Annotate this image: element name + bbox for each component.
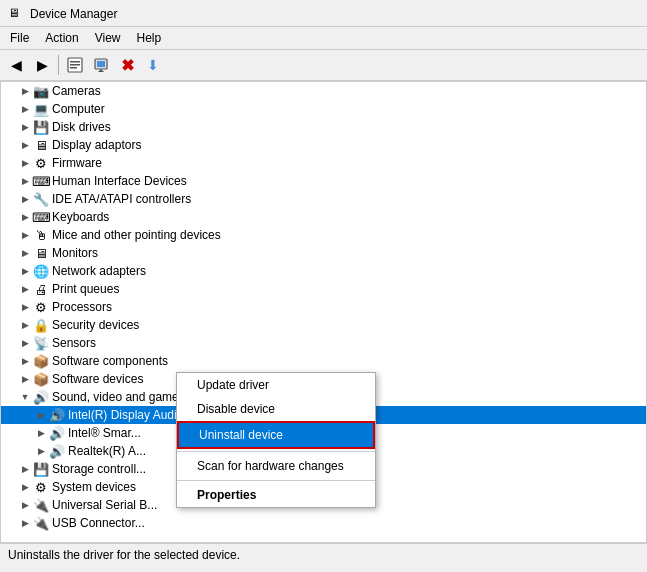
- tree-item-monitors[interactable]: ▶🖥Monitors: [1, 244, 646, 262]
- status-text: Uninstalls the driver for the selected d…: [8, 548, 240, 562]
- properties-button[interactable]: [63, 53, 87, 77]
- device-label-universal-serial: Universal Serial B...: [52, 498, 157, 512]
- device-icon-cameras: 📷: [33, 83, 49, 99]
- device-label-print: Print queues: [52, 282, 119, 296]
- tree-item-usb-connector[interactable]: ▶🔌USB Connector...: [1, 514, 646, 532]
- context-menu-item-disable-device[interactable]: Disable device: [177, 397, 375, 421]
- device-label-realtek: Realtek(R) A...: [68, 444, 146, 458]
- expand-btn-sensors[interactable]: ▶: [17, 335, 33, 351]
- uninstall-button[interactable]: ✖: [115, 53, 139, 77]
- expand-btn-software-components[interactable]: ▶: [17, 353, 33, 369]
- device-icon-hid: ⌨: [33, 173, 49, 189]
- device-icon-software-devices: 📦: [33, 371, 49, 387]
- device-icon-system-devices: ⚙: [33, 479, 49, 495]
- scan-button[interactable]: ⬇: [141, 53, 165, 77]
- expand-btn-monitors[interactable]: ▶: [17, 245, 33, 261]
- title-bar: 🖥 Device Manager: [0, 0, 647, 27]
- expand-btn-network[interactable]: ▶: [17, 263, 33, 279]
- tree-item-disk-drives[interactable]: ▶💾Disk drives: [1, 118, 646, 136]
- app-icon: 🖥: [8, 6, 24, 22]
- menu-bar: File Action View Help: [0, 27, 647, 50]
- tree-item-print[interactable]: ▶🖨Print queues: [1, 280, 646, 298]
- context-menu-item-scan-hardware[interactable]: Scan for hardware changes: [177, 454, 375, 478]
- device-icon-monitors: 🖥: [33, 245, 49, 261]
- device-icon-processors: ⚙: [33, 299, 49, 315]
- tree-item-ide[interactable]: ▶🔧IDE ATA/ATAPI controllers: [1, 190, 646, 208]
- tree-item-cameras[interactable]: ▶📷Cameras: [1, 82, 646, 100]
- device-label-intel-smart: Intel® Smar...: [68, 426, 141, 440]
- forward-button[interactable]: ▶: [30, 53, 54, 77]
- device-label-disk-drives: Disk drives: [52, 120, 111, 134]
- tree-item-software-components[interactable]: ▶📦Software components: [1, 352, 646, 370]
- device-icon-network: 🌐: [33, 263, 49, 279]
- expand-btn-ide[interactable]: ▶: [17, 191, 33, 207]
- device-label-sensors: Sensors: [52, 336, 96, 350]
- device-tree[interactable]: ▶📷Cameras▶💻Computer▶💾Disk drives▶🖥Displa…: [0, 81, 647, 543]
- device-label-network: Network adapters: [52, 264, 146, 278]
- context-menu-item-update-driver[interactable]: Update driver: [177, 373, 375, 397]
- toolbar-separator-1: [58, 55, 59, 75]
- expand-btn-sound[interactable]: ▼: [17, 389, 33, 405]
- expand-btn-usb-connector[interactable]: ▶: [17, 515, 33, 531]
- context-menu-item-uninstall-device[interactable]: Uninstall device: [177, 421, 375, 449]
- device-icon-display-adaptors: 🖥: [33, 137, 49, 153]
- expand-btn-intel-smart[interactable]: ▶: [33, 425, 49, 441]
- expand-btn-intel-display[interactable]: ▶: [33, 407, 49, 423]
- update-driver-button[interactable]: [89, 53, 113, 77]
- expand-btn-mice[interactable]: ▶: [17, 227, 33, 243]
- device-icon-keyboards: ⌨: [33, 209, 49, 225]
- tree-item-computer[interactable]: ▶💻Computer: [1, 100, 646, 118]
- back-button[interactable]: ◀: [4, 53, 28, 77]
- expand-btn-realtek[interactable]: ▶: [33, 443, 49, 459]
- expand-btn-software-devices[interactable]: ▶: [17, 371, 33, 387]
- expand-btn-system-devices[interactable]: ▶: [17, 479, 33, 495]
- device-label-usb-connector: USB Connector...: [52, 516, 145, 530]
- device-icon-firmware: ⚙: [33, 155, 49, 171]
- expand-btn-display-adaptors[interactable]: ▶: [17, 137, 33, 153]
- menu-action[interactable]: Action: [39, 29, 84, 47]
- device-icon-usb-connector: 🔌: [33, 515, 49, 531]
- expand-btn-firmware[interactable]: ▶: [17, 155, 33, 171]
- tree-item-security[interactable]: ▶🔒Security devices: [1, 316, 646, 334]
- menu-view[interactable]: View: [89, 29, 127, 47]
- device-label-ide: IDE ATA/ATAPI controllers: [52, 192, 191, 206]
- toolbar: ◀ ▶ ✖ ⬇: [0, 50, 647, 81]
- device-icon-computer: 💻: [33, 101, 49, 117]
- device-icon-sensors: 📡: [33, 335, 49, 351]
- svg-rect-3: [70, 67, 77, 69]
- svg-rect-5: [97, 61, 105, 67]
- device-icon-intel-smart: 🔊: [49, 425, 65, 441]
- menu-file[interactable]: File: [4, 29, 35, 47]
- context-menu-item-properties[interactable]: Properties: [177, 483, 375, 507]
- tree-item-keyboards[interactable]: ▶⌨Keyboards: [1, 208, 646, 226]
- svg-rect-1: [70, 61, 80, 63]
- menu-help[interactable]: Help: [131, 29, 168, 47]
- device-icon-storage: 💾: [33, 461, 49, 477]
- tree-item-display-adaptors[interactable]: ▶🖥Display adaptors: [1, 136, 646, 154]
- status-bar: Uninstalls the driver for the selected d…: [0, 543, 647, 565]
- expand-btn-disk-drives[interactable]: ▶: [17, 119, 33, 135]
- tree-item-network[interactable]: ▶🌐Network adapters: [1, 262, 646, 280]
- device-label-storage: Storage controll...: [52, 462, 146, 476]
- device-label-hid: Human Interface Devices: [52, 174, 187, 188]
- expand-btn-computer[interactable]: ▶: [17, 101, 33, 117]
- expand-btn-print[interactable]: ▶: [17, 281, 33, 297]
- tree-item-sensors[interactable]: ▶📡Sensors: [1, 334, 646, 352]
- device-label-computer: Computer: [52, 102, 105, 116]
- tree-item-hid[interactable]: ▶⌨Human Interface Devices: [1, 172, 646, 190]
- device-label-system-devices: System devices: [52, 480, 136, 494]
- device-icon-intel-display: 🔊: [49, 407, 65, 423]
- expand-btn-processors[interactable]: ▶: [17, 299, 33, 315]
- device-icon-sound: 🔊: [33, 389, 49, 405]
- expand-btn-storage[interactable]: ▶: [17, 461, 33, 477]
- svg-rect-2: [70, 64, 80, 66]
- expand-btn-security[interactable]: ▶: [17, 317, 33, 333]
- device-label-cameras: Cameras: [52, 84, 101, 98]
- tree-item-mice[interactable]: ▶🖱Mice and other pointing devices: [1, 226, 646, 244]
- context-menu-separator: [177, 480, 375, 481]
- tree-item-processors[interactable]: ▶⚙Processors: [1, 298, 646, 316]
- device-label-software-devices: Software devices: [52, 372, 143, 386]
- tree-item-firmware[interactable]: ▶⚙Firmware: [1, 154, 646, 172]
- expand-btn-cameras[interactable]: ▶: [17, 83, 33, 99]
- expand-btn-universal-serial[interactable]: ▶: [17, 497, 33, 513]
